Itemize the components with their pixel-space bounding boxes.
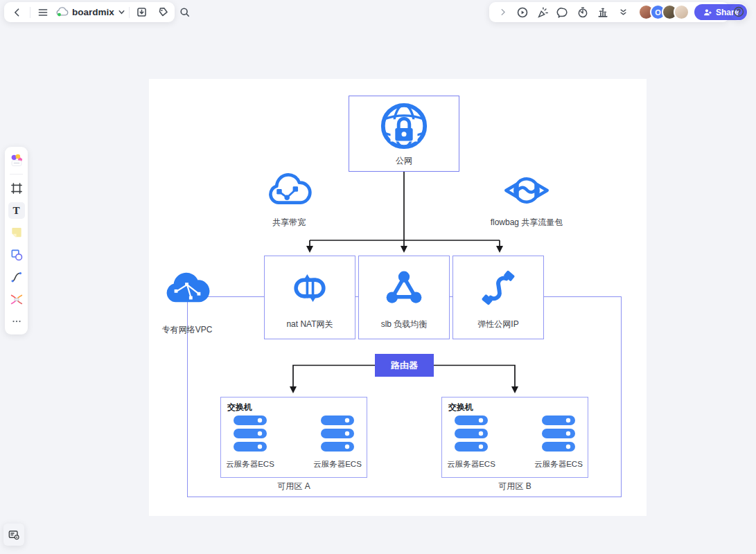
text-tool-button[interactable]: T (8, 202, 25, 219)
server-node[interactable]: 云服务器ECS (447, 416, 495, 470)
server-node[interactable]: 云服务器ECS (534, 416, 583, 470)
file-title: boardmix (72, 7, 114, 17)
more-tools-button[interactable] (8, 313, 25, 330)
export-download-icon (136, 6, 148, 18)
node-flowbag[interactable] (502, 172, 552, 209)
side-toolbar: T (5, 147, 28, 334)
vote-chart-button[interactable] (594, 3, 612, 21)
avatar[interactable] (674, 4, 689, 20)
node-label: nat NAT网关 (286, 319, 333, 330)
search-button[interactable] (176, 3, 194, 21)
play-circle-icon (516, 6, 529, 19)
frame-icon (10, 181, 24, 195)
divider (30, 7, 30, 18)
cloud-network-icon (264, 170, 314, 209)
confetti-icon (536, 6, 549, 19)
top-left-toolbar: boardmix (4, 2, 175, 22)
server-icon (542, 416, 575, 452)
elastic-ip-icon (478, 268, 518, 308)
bar-chart-icon (597, 6, 609, 19)
server-node[interactable]: 云服务器ECS (226, 416, 274, 470)
sticky-note-icon (10, 226, 24, 240)
zone-b-label: 可用区 B (441, 481, 588, 492)
export-button[interactable] (133, 3, 151, 21)
server-node[interactable]: 云服务器ECS (313, 416, 362, 470)
board-frame: 公网 共享带宽 flowbag 共享流量包 (149, 79, 647, 516)
tag-icon (157, 6, 169, 18)
node-label: flowbag 共享流量包 (464, 217, 589, 229)
server-icon (321, 416, 354, 452)
server-icon (234, 416, 267, 452)
node-nat-gateway[interactable]: nat NAT网关 (264, 256, 355, 339)
switch-title: 交换机 (227, 402, 252, 413)
menu-button[interactable] (34, 3, 52, 21)
chevron-down-icon (118, 8, 125, 16)
help-button[interactable] (730, 3, 748, 21)
node-elastic-ip[interactable]: 弹性公网IP (452, 256, 544, 339)
node-vpc[interactable] (160, 267, 214, 309)
server-icon (455, 416, 488, 452)
server-label: 云服务器ECS (313, 459, 362, 470)
node-label: 路由器 (391, 359, 418, 372)
person-plus-icon (703, 8, 712, 17)
avatar-letter: O (655, 8, 661, 17)
timer-icon (577, 6, 589, 19)
frame-tool-button[interactable] (8, 180, 25, 197)
back-button[interactable] (8, 3, 26, 21)
switch-title: 交换机 (448, 402, 473, 413)
node-label: 专有网络VPC (149, 324, 225, 336)
hamburger-icon (37, 7, 49, 18)
node-shared-bandwidth[interactable] (264, 170, 314, 209)
load-balancer-icon (384, 268, 424, 308)
board-settings-icon (7, 528, 21, 542)
sticky-note-tool-button[interactable] (8, 224, 25, 241)
node-label: 公网 (396, 155, 412, 167)
file-title-dropdown[interactable]: boardmix (55, 7, 125, 17)
nat-gateway-icon (290, 268, 330, 308)
mindmap-icon (9, 292, 24, 307)
chevron-right-icon (498, 8, 507, 17)
templates-button[interactable] (8, 152, 25, 168)
timer-button[interactable] (574, 3, 592, 21)
node-switch-a[interactable]: 交换机 云服务器ECS 云服务器ECS (220, 397, 367, 478)
zone-a-label: 可用区 A (220, 481, 367, 492)
top-right-toolbar: O Share (489, 2, 729, 22)
tag-button[interactable] (155, 3, 173, 21)
connector-curve-icon (10, 270, 24, 284)
divider (129, 7, 130, 18)
comment-bubble-icon (556, 6, 569, 19)
divider (10, 174, 23, 175)
search-icon (179, 6, 191, 18)
server-label: 云服务器ECS (447, 459, 495, 470)
node-load-balancer[interactable]: slb 负载均衡 (358, 256, 450, 339)
help-icon (732, 6, 745, 18)
node-public-network[interactable]: 公网 (349, 96, 459, 172)
back-chevron-icon (12, 7, 23, 18)
brand-cloud-icon (55, 7, 69, 17)
collaborator-avatars[interactable]: O (638, 4, 689, 20)
ellipsis-icon (10, 315, 23, 328)
double-chevron-down-icon (618, 7, 628, 17)
server-group: 云服务器ECS 云服务器ECS (221, 416, 367, 470)
collapse-toolbar-button[interactable] (493, 3, 511, 21)
connector-tool-button[interactable] (8, 269, 25, 285)
shapes-tool-button[interactable] (8, 247, 25, 263)
comment-button[interactable] (554, 3, 572, 21)
node-label: 共享带宽 (250, 217, 328, 229)
celebrate-button[interactable] (534, 3, 552, 21)
globe-lock-icon (378, 100, 430, 152)
mindmap-tool-button[interactable] (8, 291, 25, 307)
node-router[interactable]: 路由器 (375, 354, 434, 377)
more-tools-button[interactable] (614, 3, 632, 21)
node-label: slb 负载均衡 (381, 319, 428, 330)
server-group: 云服务器ECS 云服务器ECS (442, 416, 588, 470)
server-label: 云服务器ECS (226, 459, 274, 470)
vpc-cloud-icon (160, 267, 214, 309)
shapes-icon (10, 248, 24, 262)
board-settings-button[interactable] (3, 524, 24, 546)
present-play-button[interactable] (513, 3, 531, 21)
node-switch-b[interactable]: 交换机 云服务器ECS 云服务器ECS (441, 397, 588, 478)
server-label: 云服务器ECS (534, 459, 583, 470)
node-label: 弹性公网IP (477, 319, 518, 330)
templates-icon (9, 152, 24, 168)
